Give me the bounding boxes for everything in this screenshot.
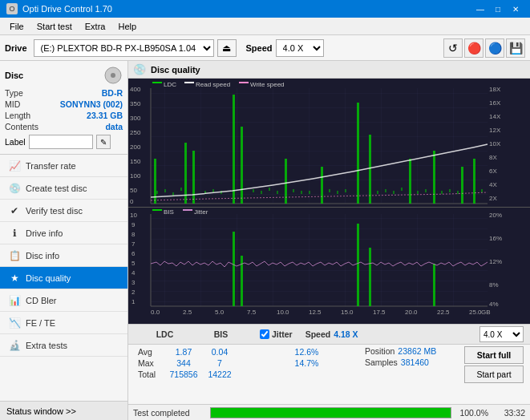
samples-row: Samples 381460: [365, 357, 461, 367]
drive-select[interactable]: (E:) PLEXTOR BD-R PX-LB950SA 1.04: [34, 39, 214, 57]
svg-rect-44: [481, 189, 483, 192]
position-samples: Position 23862 MB Samples 381460: [365, 346, 461, 383]
total-ldc: 715856: [164, 369, 204, 380]
drive-info-icon: ℹ: [8, 227, 21, 240]
svg-text:10X: 10X: [489, 140, 501, 147]
minimize-button[interactable]: —: [472, 2, 488, 15]
stats-col-headers: LDC BIS: [135, 329, 247, 339]
sidebar-item-fe-te[interactable]: 📉 FE / TE: [0, 312, 127, 334]
svg-text:LDC: LDC: [164, 81, 176, 88]
disc-mid-label: MID: [5, 99, 20, 109]
sidebar-item-verify-test-disc[interactable]: ✔ Verify test disc: [0, 200, 127, 222]
svg-rect-84: [233, 232, 235, 306]
svg-rect-87: [369, 248, 371, 306]
svg-text:22.5: 22.5: [437, 309, 450, 316]
toolbar-btn-2[interactable]: 🔴: [464, 38, 483, 58]
menu-extra[interactable]: Extra: [79, 20, 112, 33]
disc-contents-label: Contents: [5, 122, 38, 131]
status-window-button[interactable]: Status window >>: [0, 401, 127, 420]
start-full-button[interactable]: Start full: [464, 346, 524, 364]
test-speed-select[interactable]: 4.0 X: [479, 326, 524, 342]
svg-text:200: 200: [130, 143, 141, 151]
svg-rect-7: [192, 151, 195, 204]
svg-rect-29: [293, 189, 294, 192]
svg-text:BIS: BIS: [164, 208, 174, 216]
svg-rect-31: [309, 191, 310, 194]
jitter-checkbox[interactable]: [260, 329, 269, 339]
menu-bar: File Start test Extra Help: [0, 18, 530, 35]
svg-text:6X: 6X: [489, 168, 497, 175]
app-icon: O: [6, 3, 18, 14]
disc-icon: [103, 66, 123, 85]
svg-text:22.5: 22.5: [437, 206, 450, 207]
svg-text:0.0: 0.0: [151, 309, 160, 316]
disc-quality-header: 💿 Disc quality: [128, 61, 530, 79]
svg-text:50: 50: [130, 187, 137, 194]
disc-mid-value: SONYNN3 (002): [60, 99, 123, 109]
eject-button[interactable]: ⏏: [217, 39, 237, 57]
sidebar-item-disc-info[interactable]: 📋 Disc info: [0, 244, 127, 267]
svg-text:2.5: 2.5: [183, 309, 192, 316]
toolbar-btn-1[interactable]: ↺: [443, 38, 463, 58]
sidebar-item-extra-tests-label: Extra tests: [26, 341, 67, 350]
stats-row-total: Total 715856 14222: [135, 369, 362, 380]
menu-help[interactable]: Help: [111, 20, 143, 33]
svg-text:250: 250: [130, 129, 141, 136]
svg-text:20.0: 20.0: [405, 309, 418, 316]
jitter-label: Jitter: [272, 329, 293, 339]
svg-text:9: 9: [131, 221, 136, 228]
svg-point-1: [111, 73, 115, 78]
stats-row-max: Max 344 7 14.7%: [135, 357, 362, 369]
svg-text:300: 300: [130, 115, 141, 122]
svg-rect-88: [433, 264, 435, 306]
svg-text:350: 350: [130, 100, 141, 107]
avg-ldc: 1.87: [164, 346, 204, 357]
svg-rect-9: [241, 127, 243, 204]
fe-te-icon: 📉: [8, 317, 21, 329]
sidebar-item-drive-info[interactable]: ℹ Drive info: [0, 222, 127, 244]
disc-label-input[interactable]: [29, 135, 93, 149]
svg-text:5.0: 5.0: [215, 206, 225, 207]
charts-container: 400 350 300 250 200 150 100 50 0 18X 16X…: [128, 79, 530, 324]
svg-text:Jitter: Jitter: [194, 208, 208, 216]
speed-select-area: 4.0 X: [479, 326, 524, 342]
svg-rect-23: [212, 189, 214, 192]
menu-file[interactable]: File: [3, 20, 30, 33]
total-label: Total: [135, 369, 164, 380]
disc-type-label: Type: [5, 88, 23, 98]
svg-rect-39: [417, 191, 419, 194]
progress-bar-fill: [211, 408, 451, 418]
disc-label-button[interactable]: ✎: [96, 135, 111, 149]
start-part-button[interactable]: Start part: [464, 365, 524, 383]
toolbar-btn-3[interactable]: 🔵: [485, 38, 504, 58]
max-label: Max: [135, 357, 164, 369]
svg-text:20.0: 20.0: [405, 206, 418, 207]
speed-select[interactable]: 4.0 X: [276, 39, 324, 57]
sidebar-item-extra-tests[interactable]: 🔬 Extra tests: [0, 334, 127, 357]
svg-text:GB: GB: [481, 206, 491, 207]
disc-contents-value: data: [105, 122, 123, 131]
close-button[interactable]: ✕: [508, 2, 524, 15]
svg-rect-37: [393, 191, 394, 194]
sidebar-item-disc-quality[interactable]: ★ Disc quality: [0, 267, 127, 289]
disc-mid-row: MID SONYNN3 (002): [5, 99, 123, 109]
sidebar-item-transfer-rate[interactable]: 📈 Transfer rate: [0, 155, 127, 177]
disc-type-value: BD-R: [102, 88, 123, 98]
svg-text:20%: 20%: [489, 212, 502, 219]
samples-label: Samples: [365, 357, 398, 367]
avg-jitter: 12.6%: [252, 346, 362, 357]
disc-type-row: Type BD-R: [5, 88, 123, 98]
maximize-button[interactable]: □: [490, 2, 506, 15]
create-test-disc-icon: 💿: [8, 182, 21, 195]
svg-rect-32: [329, 189, 330, 192]
menu-start-test[interactable]: Start test: [30, 20, 79, 33]
svg-text:150: 150: [130, 158, 141, 165]
svg-text:8%: 8%: [489, 281, 499, 289]
sidebar-item-cd-bler-label: CD Bler: [26, 296, 57, 305]
sidebar-item-cd-bler[interactable]: 📊 CD Bler: [0, 289, 127, 312]
sidebar-item-create-test-disc[interactable]: 💿 Create test disc: [0, 177, 127, 200]
disc-contents-row: Contents data: [5, 122, 123, 131]
svg-text:8X: 8X: [489, 154, 497, 161]
svg-rect-86: [357, 224, 359, 306]
toolbar-btn-save[interactable]: 💾: [506, 38, 525, 58]
